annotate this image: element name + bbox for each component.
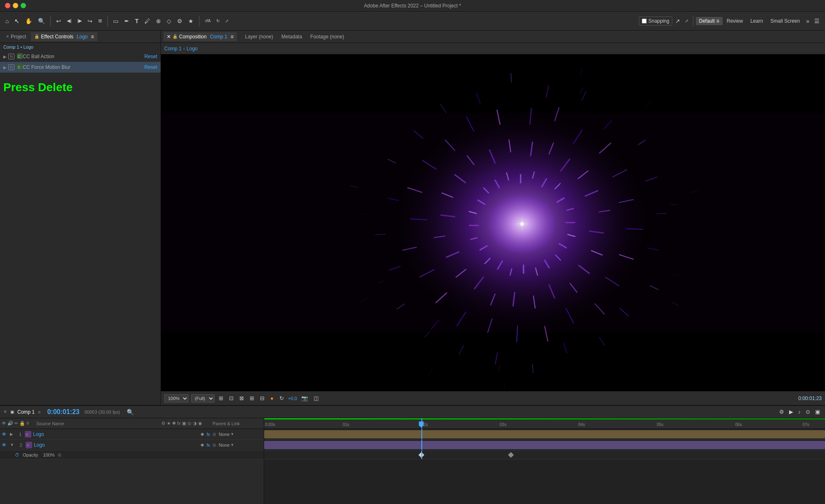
fit-to-comp-btn[interactable]: ⊞ [217,394,225,402]
text-tool[interactable]: T [133,16,141,26]
layer-2-expand[interactable]: ▼ [10,443,14,447]
tl-tool-5[interactable]: ▣ [813,408,822,416]
playhead-line[interactable] [421,418,422,429]
close-button[interactable] [5,3,10,8]
l2-sw-fx[interactable]: fx [206,442,211,448]
l1-sw-solo[interactable]: ◆ [200,431,205,437]
window-controls[interactable] [0,3,26,8]
crumb-logo[interactable]: Logo [187,46,198,52]
reset-btn-1[interactable]: Reset [144,54,157,59]
pin-tool[interactable]: ★ [186,16,196,26]
eraser-tool[interactable]: ◇ [165,16,173,26]
safe-margins-btn[interactable]: ⊟ [258,394,266,402]
tab-metadata[interactable]: Metadata [281,32,302,41]
track-bar-2[interactable] [264,441,825,449]
hand-tool[interactable]: ✋ [23,16,34,26]
workspace-review[interactable]: Review [723,16,746,26]
rot-a[interactable]: ↺A [203,17,213,25]
effect-controls-tab-icon: 🔒 [34,34,39,39]
snapshot-btn[interactable]: 📷 [300,394,310,402]
snapping-button[interactable]: Snapping [639,16,672,26]
layer-1-parent-arrow[interactable]: ▾ [231,431,234,437]
pen-tool[interactable]: ✒ [122,16,131,26]
quality-select[interactable]: (Full) (Half) [191,394,215,403]
project-tab-close[interactable]: ✕ [6,34,9,39]
snap-icon-1[interactable]: ↗ [673,16,682,26]
comp-tab-name: Comp 1 [210,34,227,40]
rot-c[interactable]: ⤢ [223,17,231,25]
svg-rect-90 [532,364,534,373]
expand-arrow-1[interactable]: ▶ [3,54,7,59]
workspace-settings[interactable]: ☰ [812,16,822,26]
tab-project[interactable]: ✕ Project [2,32,29,41]
layer-2-parent-arrow[interactable]: ▾ [231,442,234,447]
layer-1-visibility[interactable]: 👁 [2,431,7,437]
minimize-button[interactable] [13,3,18,8]
opacity-value[interactable]: 100% [43,452,54,457]
comp-tab-menu[interactable]: ≡ [231,34,234,40]
zoom-select[interactable]: 100% 50% 200% [164,394,189,403]
stamp-tool[interactable]: ⊕ [154,16,163,26]
layer-2-visibility[interactable]: 👁 [2,442,7,448]
timeline-timecode[interactable]: 0:00:01:23 [47,408,79,416]
expand-arrow-2[interactable]: ▶ [3,65,7,70]
opacity-stopwatch[interactable]: ⏱ [15,452,19,457]
effect-row-1[interactable]: ▶ fx C CC Ball Action Reset [0,51,161,62]
tl-tool-3[interactable]: ♪ [797,408,803,416]
zoom-tool[interactable]: 🔍 [36,16,47,26]
tl-tool-2[interactable]: ▶ [787,408,795,416]
workspace-small-screen[interactable]: Small Screen [767,16,803,26]
effect-row-2[interactable]: ▶ fx C CC Force Motion Blur Reset [0,62,161,73]
rect-tool[interactable]: ▭ [111,16,121,26]
tab-composition[interactable]: ✕ 🔒 Composition Comp 1 ≡ [163,32,237,41]
undo-button[interactable]: ↩ [54,16,63,26]
workspace-more[interactable]: » [804,16,811,26]
timeline-tab-label: Comp 1 [17,409,35,415]
timeline-search-btn[interactable]: 🔍 [127,409,134,415]
timeline-close-btn[interactable]: ✕ [3,409,7,415]
brush-tool[interactable]: 🖊 [142,16,152,26]
layer-row-1[interactable]: 👁 ▶ 1 C Logo ◆ fx ◎ None ▾ [0,429,264,440]
step-fwd-button[interactable]: |▶ [75,16,84,25]
crumb-comp1[interactable]: Comp 1 [164,46,182,52]
svg-rect-13 [565,222,575,223]
transparency-btn[interactable]: ◫ [312,394,320,402]
tl-tool-4[interactable]: ⊙ [804,408,812,416]
keyframe-2[interactable] [508,452,514,458]
svg-rect-105 [645,101,652,108]
layer-1-expand[interactable]: ▶ [10,432,13,436]
align-button[interactable]: ⊞ [96,16,104,25]
timeline-menu[interactable]: ≡ [38,410,40,415]
tab-footage-none[interactable]: Footage (none) [310,32,344,41]
puppet-tool[interactable]: ⚙ [175,16,184,26]
maximize-button[interactable] [21,3,26,8]
comp-tab-close[interactable]: ✕ [167,34,171,40]
l1-sw-fx[interactable]: fx [206,431,211,437]
tab-effect-controls[interactable]: 🔒 Effect Controls Logo ≡ [31,32,97,41]
reset-btn-2[interactable]: Reset [144,64,157,70]
region-btn[interactable]: ⊠ [238,394,246,402]
arrow-tool[interactable]: ↖ [12,16,21,26]
tab-layer-none[interactable]: Layer (none) [245,32,273,41]
work-area-bar[interactable] [264,418,825,419]
l2-sw-solo[interactable]: ◆ [200,442,205,448]
step-back-button[interactable]: ◀| [65,16,73,25]
track-area [264,429,825,504]
home-button[interactable]: ⌂ [3,16,11,26]
rot-b[interactable]: ↻ [214,17,222,25]
track-row-1[interactable] [264,429,825,440]
track-bar-1[interactable] [264,430,825,438]
refresh-btn[interactable]: ↻ [278,394,286,402]
fit-100-btn[interactable]: ⊡ [227,394,235,402]
effect-controls-menu[interactable]: ≡ [91,34,94,40]
grid-btn[interactable]: ⊞ [248,394,256,402]
snap-icon-2[interactable]: ⤢ [683,17,690,25]
track-row-2[interactable] [264,440,825,450]
redo-button[interactable]: ↪ [85,16,95,26]
workspace-learn[interactable]: Learn [747,16,766,26]
snapping-checkbox[interactable] [642,19,647,24]
workspace-default[interactable]: Default ≡ [696,17,723,25]
color-btn[interactable]: ● [269,394,275,402]
layer-row-2[interactable]: 👁 ▼ 2 C Logo ◆ fx ◎ None ▾ [0,440,264,450]
tl-tool-1[interactable]: ⚙ [778,408,786,416]
